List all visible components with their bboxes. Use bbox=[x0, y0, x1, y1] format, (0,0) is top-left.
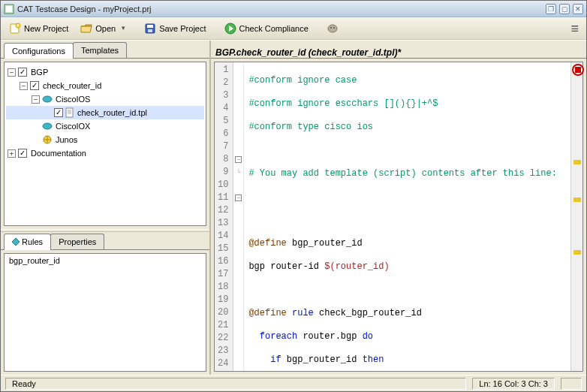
restore-down-icon[interactable]: ❐ bbox=[546, 4, 556, 14]
config-tree[interactable]: − BGP − check_router_id − CiscoIOS bbox=[4, 62, 206, 226]
status-position: Ln: 16 Col: 3 Ch: 3 bbox=[472, 378, 555, 390]
fold-toggle-icon[interactable]: − bbox=[235, 156, 242, 163]
code-area[interactable]: #conform ignore case #conform ignore esc… bbox=[244, 62, 570, 371]
line-number: 5 bbox=[218, 115, 228, 128]
open-label: Open bbox=[95, 24, 116, 33]
tab-properties-label: Properties bbox=[59, 237, 96, 246]
tab-configurations-label: Configurations bbox=[12, 47, 65, 56]
new-project-icon bbox=[9, 23, 21, 35]
tab-properties[interactable]: Properties bbox=[50, 234, 104, 249]
status-message: Ready bbox=[5, 378, 466, 390]
overview-marker[interactable] bbox=[573, 160, 581, 164]
save-project-label: Save Project bbox=[159, 24, 206, 33]
tree-label: BGP bbox=[31, 68, 48, 77]
tree-node-tpl-file[interactable]: check_router_id.tpl bbox=[6, 106, 204, 119]
line-number: 2 bbox=[218, 77, 228, 89]
extra-tool-button[interactable] bbox=[321, 20, 344, 37]
editor-title-bar: BGP.check_router_id (check_router_id.tpl… bbox=[211, 41, 586, 59]
new-project-label: New Project bbox=[24, 24, 68, 33]
open-icon bbox=[80, 23, 92, 35]
maximize-icon[interactable]: ▢ bbox=[559, 4, 570, 14]
tab-rules[interactable]: Rules bbox=[4, 234, 51, 250]
tree-label: CiscoIOX bbox=[56, 122, 90, 131]
window-controls: ❐ ▢ ✕ bbox=[546, 4, 583, 14]
tree-label: check_router_id bbox=[43, 81, 101, 90]
close-icon[interactable]: ✕ bbox=[573, 4, 583, 14]
fold-gutter: − └ − bbox=[233, 62, 244, 371]
left-bottom-panel: Rules Properties bgp_router_id bbox=[1, 232, 209, 375]
app-icon bbox=[4, 4, 14, 14]
tree-label: CiscoIOS bbox=[56, 95, 90, 104]
checkbox[interactable] bbox=[18, 68, 27, 77]
left-panel: Configurations Templates − BGP − check_r… bbox=[1, 41, 211, 375]
line-number: 21 bbox=[218, 319, 228, 332]
svg-rect-1 bbox=[6, 6, 12, 12]
tree-node-cisco-ios[interactable]: − CiscoIOS bbox=[6, 92, 204, 106]
svg-point-11 bbox=[43, 96, 52, 102]
svg-rect-5 bbox=[147, 25, 153, 28]
expand-icon[interactable]: + bbox=[8, 149, 16, 158]
list-item[interactable]: bgp_router_id bbox=[5, 254, 206, 267]
check-compliance-label: Check Compliance bbox=[239, 24, 309, 33]
line-number: 23 bbox=[218, 345, 228, 357]
open-dropdown-icon[interactable]: ▼ bbox=[120, 25, 126, 32]
line-number: 11 bbox=[218, 191, 228, 204]
tab-configurations[interactable]: Configurations bbox=[4, 43, 74, 59]
file-icon bbox=[65, 107, 74, 118]
line-number: 4 bbox=[218, 102, 228, 115]
checkbox[interactable] bbox=[30, 81, 39, 90]
line-number: 12 bbox=[218, 204, 228, 217]
line-number: 8 bbox=[218, 153, 228, 166]
collapse-icon[interactable]: − bbox=[32, 95, 40, 104]
editor-panel: BGP.check_router_id (check_router_id.tpl… bbox=[211, 41, 586, 375]
check-compliance-button[interactable]: Check Compliance bbox=[219, 20, 314, 38]
main-toolbar: New Project Open ▼ Save Project bbox=[1, 17, 586, 40]
tree-label: Documentation bbox=[31, 149, 86, 158]
tree-node-documentation[interactable]: + Documentation bbox=[6, 146, 204, 160]
device-icon bbox=[42, 95, 53, 104]
line-number: 1 bbox=[218, 64, 228, 77]
new-project-button[interactable]: New Project bbox=[4, 20, 74, 38]
device-icon bbox=[42, 135, 53, 144]
extra-tool-icon bbox=[327, 23, 339, 34]
collapse-icon[interactable]: − bbox=[8, 68, 16, 77]
collapse-icon[interactable]: − bbox=[20, 82, 28, 90]
line-number-gutter: 123456789101112131415161718192021222324 bbox=[215, 62, 233, 371]
fold-toggle-icon[interactable]: − bbox=[235, 194, 242, 201]
tree-node-junos[interactable]: Junos bbox=[6, 133, 204, 146]
svg-rect-6 bbox=[148, 29, 152, 32]
tab-templates[interactable]: Templates bbox=[73, 42, 127, 58]
line-number: 9 bbox=[218, 166, 228, 179]
line-number: 6 bbox=[218, 128, 228, 140]
tree-node-bgp[interactable]: − BGP bbox=[6, 65, 204, 79]
save-icon bbox=[144, 23, 156, 35]
overview-marker[interactable] bbox=[573, 198, 581, 202]
list-item-label: bgp_router_id bbox=[9, 256, 60, 265]
overflow-menu-icon[interactable]: ≡ bbox=[566, 25, 583, 32]
svg-point-8 bbox=[328, 25, 337, 32]
checkbox[interactable] bbox=[18, 149, 27, 158]
open-button[interactable]: Open ▼ bbox=[75, 20, 131, 38]
left-bottom-tabs: Rules Properties bbox=[1, 232, 209, 250]
status-extra bbox=[561, 378, 582, 390]
window-title: CAT Testcase Design - myProject.prj bbox=[17, 5, 546, 14]
line-number: 10 bbox=[218, 179, 228, 191]
tree-node-check-router-id[interactable]: − check_router_id bbox=[6, 79, 204, 92]
line-number: 13 bbox=[218, 217, 228, 230]
rules-list[interactable]: bgp_router_id bbox=[4, 253, 206, 372]
tree-label: Junos bbox=[56, 135, 77, 144]
checkbox[interactable] bbox=[54, 108, 63, 117]
save-project-button[interactable]: Save Project bbox=[139, 20, 211, 38]
overview-ruler[interactable] bbox=[570, 62, 582, 371]
left-top-tabs: Configurations Templates bbox=[1, 41, 209, 59]
main-area: Configurations Templates − BGP − check_r… bbox=[1, 40, 586, 375]
error-indicator-icon[interactable] bbox=[572, 64, 584, 76]
tree-node-cisco-iox[interactable]: CiscoIOX bbox=[6, 119, 204, 133]
tab-rules-label: Rules bbox=[22, 237, 43, 246]
overview-marker[interactable] bbox=[573, 250, 581, 255]
svg-point-3 bbox=[16, 23, 20, 28]
line-number: 19 bbox=[218, 294, 228, 306]
line-number: 16 bbox=[218, 255, 228, 268]
play-icon bbox=[224, 23, 236, 35]
code-editor[interactable]: 123456789101112131415161718192021222324 … bbox=[214, 62, 583, 372]
